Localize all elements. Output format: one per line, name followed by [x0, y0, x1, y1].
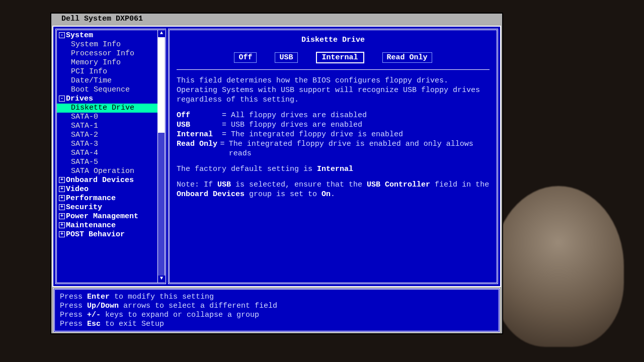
option-definitions: Off= All floppy drives are disabledUSB= …: [177, 111, 490, 158]
equals-icon: =: [222, 111, 231, 120]
equals-icon: =: [220, 139, 228, 158]
nav-group-label: Power Management: [66, 212, 138, 221]
nav-item-date/time[interactable]: Date/Time: [57, 76, 165, 85]
nav-item-sata-3[interactable]: SATA-3: [57, 140, 165, 149]
nav-item-memory-info[interactable]: Memory Info: [57, 58, 165, 67]
nav-item-sata-4[interactable]: SATA-4: [57, 149, 165, 158]
nav-group-performance[interactable]: +Performance: [57, 194, 165, 203]
definition-row: USB= USB floppy drives are enabled: [177, 120, 490, 130]
nav-group-onboard-devices[interactable]: +Onboard Devices: [57, 176, 165, 185]
key-hints: Press Enter to modify this setting Press…: [53, 288, 500, 332]
nav-item-sata-operation[interactable]: SATA Operation: [57, 167, 165, 176]
definition-key: Read Only: [177, 139, 220, 158]
nav-item-sata-0[interactable]: SATA-0: [57, 113, 165, 122]
nav-group-system[interactable]: -System: [57, 31, 165, 40]
definition-value: All floppy drives are disabled: [231, 111, 367, 120]
definition-key: Internal: [177, 130, 222, 139]
nav-group-label: Video: [66, 185, 89, 194]
plus-icon[interactable]: +: [59, 177, 65, 183]
definition-row: Internal= The integrated floppy drive is…: [177, 130, 490, 139]
definition-value: The integrated floppy drive is enabled a…: [229, 139, 490, 158]
plus-icon[interactable]: +: [59, 186, 65, 192]
definition-value: The integrated floppy drive is enabled: [231, 130, 403, 139]
equals-icon: =: [222, 130, 231, 139]
plus-icon[interactable]: +: [59, 195, 65, 201]
nav-item-diskette-drive[interactable]: Diskette Drive: [57, 104, 165, 113]
plus-icon[interactable]: +: [59, 204, 65, 210]
nav-tree[interactable]: -SystemSystem InfoProcessor InfoMemory I…: [55, 29, 166, 284]
bios-setup-window: Dell System DXP061 -SystemSystem InfoPro…: [50, 13, 503, 334]
definition-key: Off: [177, 111, 222, 120]
stuffed-animal: [493, 186, 624, 347]
plus-icon[interactable]: +: [59, 231, 65, 237]
window-title: Dell System DXP061: [51, 14, 502, 25]
nav-item-processor-info[interactable]: Processor Info: [57, 49, 165, 58]
content-panel: Diskette Drive OffUSBInternalRead Only T…: [168, 29, 498, 284]
nav-item-boot-sequence[interactable]: Boot Sequence: [57, 85, 165, 95]
option-read-only[interactable]: Read Only: [382, 52, 432, 63]
nav-group-security[interactable]: +Security: [57, 203, 165, 212]
note-text: Note: If USB is selected, ensure that th…: [177, 180, 490, 199]
option-off[interactable]: Off: [234, 52, 257, 63]
nav-item-sata-2[interactable]: SATA-2: [57, 131, 165, 140]
help-intro: This field determines how the BIOS confi…: [177, 76, 490, 105]
scroll-down-icon[interactable]: ▼: [158, 276, 165, 283]
option-internal[interactable]: Internal: [316, 52, 364, 63]
scroll-thumb[interactable]: [158, 37, 165, 133]
nav-scrollbar[interactable]: ▲ ▼: [157, 30, 165, 283]
setting-title: Diskette Drive: [177, 35, 490, 45]
minus-icon[interactable]: -: [59, 96, 65, 102]
nav-group-post-behavior[interactable]: +POST Behavior: [57, 230, 165, 239]
definition-value: USB floppy drives are enabled: [231, 120, 362, 130]
minus-icon[interactable]: -: [59, 32, 65, 38]
definition-key: USB: [177, 120, 222, 130]
main-area: -SystemSystem InfoProcessor InfoMemory I…: [52, 26, 501, 287]
option-usb[interactable]: USB: [275, 52, 297, 63]
nav-group-maintenance[interactable]: +Maintenance: [57, 221, 165, 230]
nav-group-label: Drives: [66, 95, 93, 103]
nav-group-power-management[interactable]: +Power Management: [57, 212, 165, 221]
definition-row: Read Only= The integrated floppy drive i…: [177, 139, 490, 158]
nav-group-label: Performance: [66, 194, 116, 203]
factory-default: The factory default setting is Internal: [177, 164, 490, 174]
nav-group-label: System: [66, 31, 93, 40]
nav-group-label: Onboard Devices: [66, 176, 134, 185]
equals-icon: =: [222, 120, 231, 130]
nav-item-sata-1[interactable]: SATA-1: [57, 122, 165, 131]
nav-item-system-info[interactable]: System Info: [57, 40, 165, 49]
nav-group-label: POST Behavior: [66, 230, 125, 239]
nav-group-drives[interactable]: -Drives: [57, 95, 165, 104]
nav-group-label: Maintenance: [66, 221, 116, 230]
plus-icon[interactable]: +: [59, 222, 65, 228]
nav-item-sata-5[interactable]: SATA-5: [57, 158, 165, 167]
nav-item-pci-info[interactable]: PCI Info: [57, 67, 165, 76]
divider: [177, 69, 490, 70]
definition-row: Off= All floppy drives are disabled: [177, 111, 490, 120]
plus-icon[interactable]: +: [59, 213, 65, 219]
scroll-up-icon[interactable]: ▲: [158, 30, 165, 37]
nav-group-video[interactable]: +Video: [57, 185, 165, 194]
options-row: OffUSBInternalRead Only: [177, 52, 490, 63]
nav-group-label: Security: [66, 203, 102, 212]
